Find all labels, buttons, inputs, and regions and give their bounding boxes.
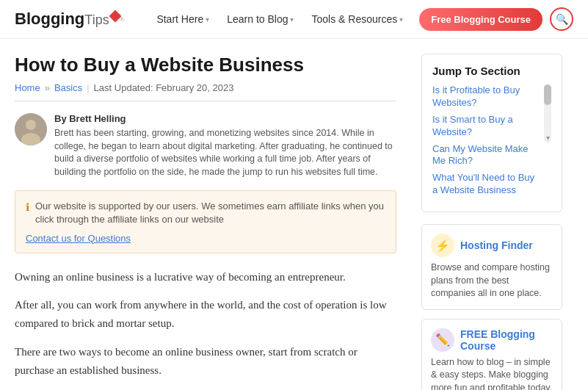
paragraph-1: Owning an online business is a lucrative… (15, 268, 396, 286)
jump-link-item: Can My Website Make Me Rich? (432, 143, 540, 168)
jump-scrollbar[interactable]: ▾ (544, 84, 551, 143)
hosting-card-title[interactable]: Hosting Finder (460, 239, 533, 251)
jump-link-2[interactable]: Is it Smart to Buy a Website? (432, 114, 540, 139)
breadcrumb-pipe: | (87, 82, 89, 93)
jump-content-area: Is it Profitable to Buy Websites? Is it … (432, 84, 551, 201)
blogging-card-desc: Learn how to blog – in simple & easy ste… (431, 356, 553, 390)
chevron-down-icon: ▾ (399, 15, 403, 24)
blogging-card-header: ✏️ FREE Blogging Course (431, 328, 553, 352)
jump-link-3[interactable]: Can My Website Make Me Rich? (432, 143, 540, 168)
author-box: By Brett Helling Brett has been starting… (15, 113, 396, 178)
hosting-card-header: ⚡ Hosting Finder (431, 234, 553, 257)
article-body: Owning an online business is a lucrative… (15, 268, 396, 390)
hosting-icon: ⚡ (431, 234, 454, 257)
main-nav: Start Here ▾ Learn to Blog ▾ Tools & Res… (149, 7, 573, 31)
scrollbar-thumb (544, 84, 551, 105)
jump-link-4[interactable]: What You'll Need to Buy a Website Busine… (432, 172, 540, 197)
logo-text: BloggingTips (15, 10, 109, 29)
jump-title: Jump To Section (432, 65, 551, 77)
author-name: By Brett Helling (54, 113, 396, 124)
last-updated: Last Updated: February 20, 2023 (94, 82, 234, 93)
author-bio: Brett has been starting, growing, and mo… (54, 127, 396, 178)
article-area: How to Buy a Website Business Home » Bas… (0, 46, 411, 390)
jump-links-list: Is it Profitable to Buy Websites? Is it … (432, 84, 540, 201)
jump-to-section: Jump To Section Is it Profitable to Buy … (421, 54, 562, 212)
nav-learn-to-blog[interactable]: Learn to Blog ▾ (219, 9, 301, 29)
main-container: How to Buy a Website Business Home » Bas… (0, 39, 588, 390)
breadcrumb-section[interactable]: Basics (54, 82, 82, 93)
contact-link[interactable]: Contact us for Questions (26, 233, 131, 244)
article-title: How to Buy a Website Business (15, 54, 396, 76)
paragraph-2: After all, you can work from anywhere in… (15, 296, 396, 333)
info-icon: ℹ (26, 201, 29, 215)
jump-link-item: What You'll Need to Buy a Website Busine… (432, 172, 540, 197)
search-button[interactable]: 🔍 (550, 7, 573, 31)
nav-start-here[interactable]: Start Here ▾ (149, 9, 217, 29)
author-avatar (15, 113, 47, 145)
search-icon: 🔍 (556, 13, 568, 25)
paragraph-3: There are two ways to become an online b… (15, 343, 396, 380)
affiliate-notice-text: Our website is supported by our users. W… (35, 200, 385, 226)
affiliate-notice: ℹ Our website is supported by our users.… (15, 190, 396, 253)
chevron-down-icon: ▾ (206, 15, 209, 24)
chevron-down-icon: ▾ (290, 15, 294, 24)
blogging-course-card: ✏️ FREE Blogging Course Learn how to blo… (421, 319, 562, 390)
jump-link-item: Is it Profitable to Buy Websites? (432, 84, 540, 109)
jump-link-item: Is it Smart to Buy a Website? (432, 114, 540, 139)
author-info: By Brett Helling Brett has been starting… (54, 113, 396, 178)
site-header: BloggingTips ® Start Here ▾ Learn to Blo… (0, 0, 588, 39)
blogging-icon: ✏️ (431, 328, 454, 352)
svg-point-1 (26, 120, 36, 130)
hosting-card-desc: Browse and compare hosting plans from th… (431, 261, 553, 300)
chevron-down-icon: ▾ (544, 134, 551, 142)
nav-tools-resources[interactable]: Tools & Resources ▾ (304, 9, 410, 29)
breadcrumb-separator: » (45, 82, 50, 93)
breadcrumb-home[interactable]: Home (15, 82, 40, 93)
jump-link-1[interactable]: Is it Profitable to Buy Websites? (432, 84, 540, 109)
breadcrumb: Home » Basics | Last Updated: February 2… (15, 82, 396, 101)
blogging-card-title[interactable]: FREE Blogging Course (460, 328, 553, 352)
free-course-button[interactable]: Free Blogging Course (419, 8, 542, 31)
sidebar: Jump To Section Is it Profitable to Buy … (411, 46, 573, 390)
logo[interactable]: BloggingTips ® (15, 10, 125, 29)
hosting-finder-card: ⚡ Hosting Finder Browse and compare host… (421, 224, 562, 310)
